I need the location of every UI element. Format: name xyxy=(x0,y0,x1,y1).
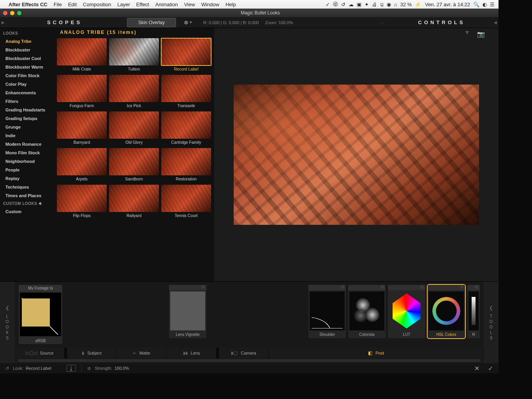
status-icon[interactable]: ✦ xyxy=(365,2,369,7)
preset-thumbnail[interactable]: Fungus Farm xyxy=(57,75,107,110)
spotlight-icon[interactable]: 🔍 xyxy=(473,2,479,7)
sidebar-item[interactable]: Color Film Stock xyxy=(0,71,55,80)
look-name[interactable]: Record Label xyxy=(26,366,51,371)
stage-matte[interactable]: ▪▫Matte xyxy=(117,348,167,358)
controls-expand[interactable]: ◀ xyxy=(492,20,499,25)
export-icon[interactable]: ⭳ xyxy=(67,365,76,372)
sidebar-item[interactable]: Blockbuster xyxy=(0,46,55,54)
cloud-icon[interactable]: ☁ xyxy=(349,2,354,7)
snapshot-icon[interactable]: 📷 xyxy=(477,30,485,38)
cancel-button[interactable]: ✕ xyxy=(474,365,479,372)
status-icon[interactable]: ▣ xyxy=(357,2,361,7)
app-name[interactable]: After Effects CC xyxy=(9,2,48,7)
footage-card[interactable]: My Footage Is sRGB xyxy=(19,285,62,344)
menu-window[interactable]: Window xyxy=(201,2,219,7)
tool-r[interactable]: R xyxy=(467,285,480,338)
thumbnail-image xyxy=(161,38,211,65)
preset-thumbnail[interactable]: Ice Pick xyxy=(109,75,159,110)
stage-lens[interactable]: ◗◖Lens xyxy=(167,348,217,358)
preset-thumbnail[interactable]: Cartridge Family xyxy=(161,111,211,147)
sidebar-item[interactable]: Mono Film Stock xyxy=(0,148,55,157)
trackball-icon[interactable]: ⸫ xyxy=(381,20,383,25)
reset-icon[interactable]: ↺ xyxy=(5,366,9,371)
battery-text[interactable]: 32 % xyxy=(400,2,412,7)
sidebar-item[interactable]: People xyxy=(0,166,55,174)
tool-lens-vignette[interactable]: Lens Vignette xyxy=(169,285,206,338)
zoom-button[interactable] xyxy=(17,11,21,15)
menu-composition[interactable]: Composition xyxy=(83,2,111,7)
sidebar-item[interactable]: Grading Setups xyxy=(0,114,55,123)
sidebar-item[interactable]: Blockbuster Cool xyxy=(0,54,55,63)
preset-thumbnail[interactable]: Railyard xyxy=(109,185,159,220)
strength-value[interactable]: 100.0% xyxy=(115,366,129,371)
sidebar-item[interactable]: Neighborhood xyxy=(0,157,55,166)
looks-drawer[interactable]: ❮ LOOKS xyxy=(0,282,15,363)
status-icon[interactable]: ⓓ xyxy=(333,1,338,8)
preset-thumbnail[interactable]: Tuition xyxy=(109,38,159,73)
minimize-button[interactable] xyxy=(10,11,14,15)
thumbnail-image xyxy=(161,185,211,212)
footage-footer[interactable]: sRGB xyxy=(19,337,62,344)
tool-shoulder[interactable]: Shoulder xyxy=(308,285,346,338)
close-button[interactable] xyxy=(3,11,7,15)
stage-camera[interactable]: ◗▢Camera xyxy=(219,348,269,358)
notifications-icon[interactable]: ☰ xyxy=(490,2,495,7)
preset-thumbnail[interactable]: Barnyard xyxy=(57,111,107,147)
preset-thumbnail[interactable]: Flip Flops xyxy=(57,185,107,220)
sidebar-item[interactable]: Blockbuster Warm xyxy=(0,63,55,71)
wifi-icon[interactable]: ◉ xyxy=(387,2,391,7)
menu-layer[interactable]: Layer xyxy=(117,2,130,7)
sidebar-item[interactable]: Color Play xyxy=(0,80,55,88)
sidebar-item[interactable]: Techniques xyxy=(0,183,55,191)
menu-effect[interactable]: Effect xyxy=(136,2,149,7)
sidebar-item[interactable]: Filters xyxy=(0,97,55,106)
stage-post[interactable]: ◧Post xyxy=(269,348,484,358)
preset-thumbnail[interactable]: Arpels xyxy=(57,148,107,183)
preset-thumbnail[interactable]: Sandborn xyxy=(109,148,159,183)
sidebar-item[interactable]: Enhancements xyxy=(0,88,55,97)
bluetooth-icon[interactable]: ⚼ xyxy=(380,1,384,7)
menu-file[interactable]: File xyxy=(54,2,62,7)
menu-view[interactable]: View xyxy=(184,2,195,7)
status-icon[interactable]: ✓ xyxy=(326,2,330,7)
plus-icon[interactable]: ✚ xyxy=(39,201,42,206)
preset-thumbnail[interactable]: Restoration xyxy=(161,148,211,183)
dropdown-arrow-icon[interactable]: ▾ xyxy=(465,28,469,37)
status-icon[interactable]: 🖨 xyxy=(372,2,377,7)
preset-thumbnail[interactable]: Milk Crate xyxy=(57,38,107,73)
menu-edit[interactable]: Edit xyxy=(68,2,77,7)
sidebar-item[interactable]: Times and Places xyxy=(0,191,55,200)
sidebar-item[interactable]: Grading Headstarts xyxy=(0,106,55,114)
sidebar-item[interactable]: Grunge xyxy=(0,123,55,131)
sidebar-item[interactable]: Indie xyxy=(0,131,55,140)
scopes-expand[interactable]: ▶ xyxy=(0,20,6,25)
tool-hsl-colors[interactable]: HSL Colors xyxy=(428,285,465,338)
preset-thumbnail[interactable]: Transaxle xyxy=(161,75,211,110)
sidebar-item[interactable]: Modern Romance xyxy=(0,140,55,148)
stage-subject[interactable]: ◗Subject xyxy=(67,348,117,358)
menu-animation[interactable]: Animation xyxy=(155,2,178,7)
skin-overlay-button[interactable]: Skin Overlay xyxy=(127,18,176,27)
status-icon[interactable]: ↺ xyxy=(341,2,345,7)
scrollbar[interactable] xyxy=(18,359,481,362)
tool-colorista[interactable]: Colorista xyxy=(348,285,386,338)
settings-dropdown[interactable]: ✻▼ xyxy=(184,19,192,26)
sidebar-item-custom[interactable]: Custom xyxy=(0,207,55,216)
preset-thumbnail[interactable]: Tennis Court xyxy=(161,185,211,220)
zoom-readout[interactable]: Zoom: 100.0% xyxy=(265,20,293,25)
apply-button[interactable]: ✓ xyxy=(488,365,493,372)
battery-icon[interactable]: ⚡ xyxy=(415,2,421,7)
preset-thumbnail[interactable]: Old Glory xyxy=(109,111,159,147)
clock[interactable]: Ven. 27 avr. à 14:22 xyxy=(425,2,470,7)
sidebar-item[interactable]: Analog Tribe xyxy=(0,37,55,46)
siri-icon[interactable]: ◐ xyxy=(483,2,487,7)
preset-thumbnail[interactable]: Record Label xyxy=(161,38,211,73)
tools-drawer[interactable]: ❮ TOOLS xyxy=(484,282,499,363)
stage-source[interactable]: ▷▢◁Source xyxy=(15,348,65,358)
tool-lut[interactable]: Hot Side LUT xyxy=(388,285,425,338)
menu-help[interactable]: Help xyxy=(225,2,236,7)
display-icon[interactable]: ⌂ xyxy=(394,2,397,7)
sidebar-item[interactable]: Replay xyxy=(0,174,55,183)
thumbnail-image xyxy=(161,111,211,139)
disable-icon[interactable]: ⊘ xyxy=(87,366,91,371)
